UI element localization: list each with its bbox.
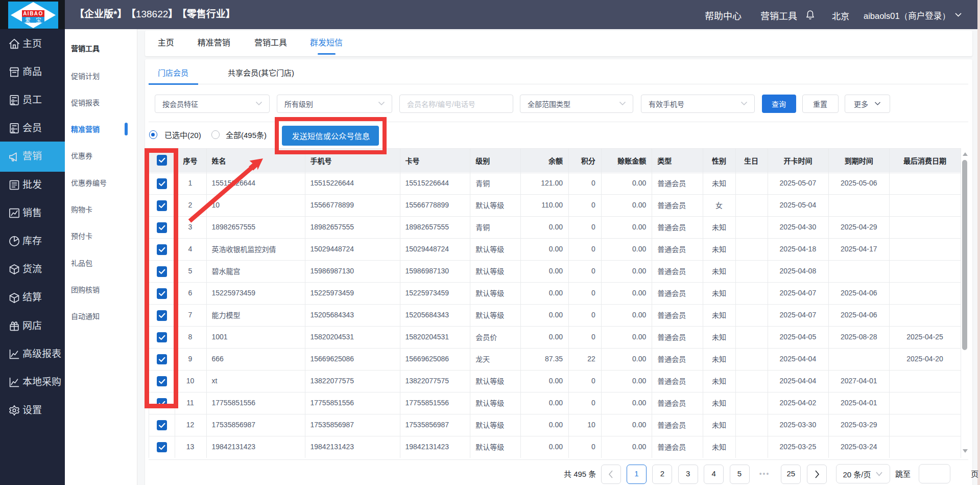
svg-text:爱 宝: 爱 宝 — [25, 16, 41, 24]
